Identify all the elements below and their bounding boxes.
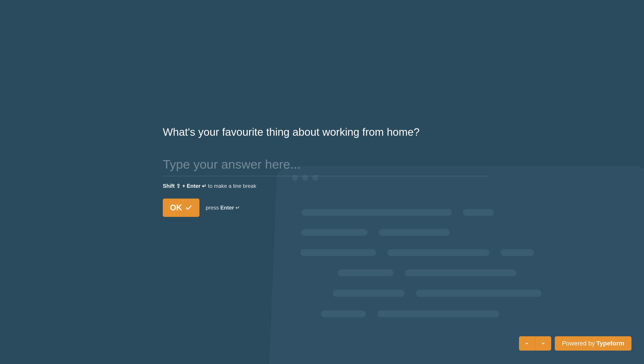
ok-button[interactable]: OK (163, 198, 200, 217)
ok-button-label: OK (170, 203, 182, 212)
footer-controls: Powered by Typeform (519, 336, 632, 350)
chevron-up-icon (524, 341, 529, 346)
nav-down-button[interactable] (535, 336, 551, 350)
mug-illustration (429, 308, 492, 364)
button-row: OK press Enter ↵ (163, 198, 488, 217)
press-enter-hint: press Enter ↵ (206, 204, 240, 211)
question-container: What's your favourite thing about workin… (163, 125, 488, 217)
powered-by-link[interactable]: Powered by Typeform (555, 336, 632, 350)
brand-name: Typeform (596, 340, 624, 347)
line-break-hint: Shift ⇧ + Enter ↵ to make a line break (163, 183, 488, 189)
check-icon (185, 204, 192, 211)
nav-buttons (519, 336, 551, 350)
nav-up-button[interactable] (519, 336, 535, 350)
powered-by-text: Powered by (562, 340, 595, 347)
answer-input[interactable] (163, 157, 488, 176)
chevron-down-icon (541, 341, 546, 346)
question-title: What's your favourite thing about workin… (163, 125, 488, 139)
